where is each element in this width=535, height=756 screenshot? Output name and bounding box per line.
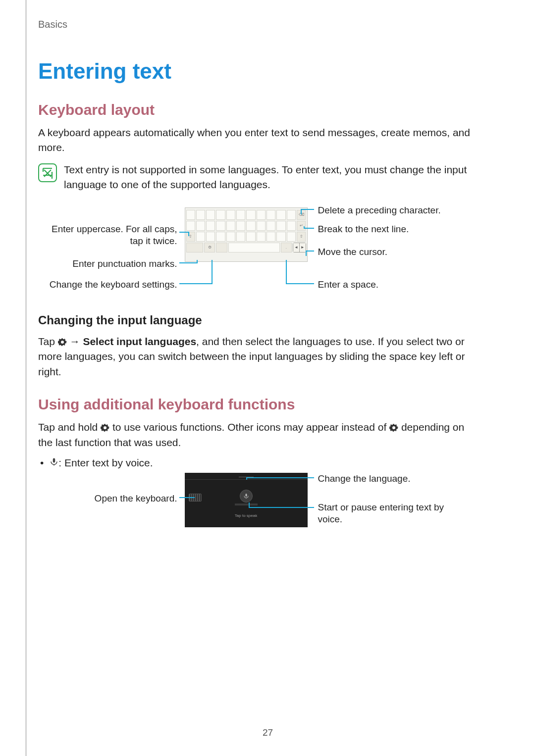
- settings-key: ⚙: [204, 243, 215, 252]
- space-key: [228, 243, 280, 252]
- keyboard-image: ⌫ ↵ ⇧ ⇧ ⚙ . ◄►: [185, 207, 308, 262]
- label-settings: Change the keyboard settings.: [49, 279, 177, 291]
- language-indicator: [239, 474, 254, 477]
- microphone-icon: [50, 457, 58, 466]
- bold-select-input-languages: Select input languages: [83, 336, 196, 347]
- label-punctuation: Enter punctuation marks.: [49, 258, 177, 270]
- section-keyboard-layout: Keyboard layout: [38, 101, 480, 118]
- intro-paragraph: A keyboard appears automatically when yo…: [38, 125, 480, 155]
- open-keyboard-icon: [189, 494, 202, 502]
- label-delete: Delete a preceding character.: [318, 204, 441, 216]
- backspace-key: ⌫: [297, 210, 306, 220]
- label-uppercase: Enter uppercase. For all caps,tap it twi…: [49, 223, 177, 247]
- subheading-changing-language: Changing the input language: [38, 313, 480, 327]
- note-icon: [38, 163, 57, 182]
- cursor-keys: ◄►: [293, 243, 306, 252]
- page-title: Entering text: [38, 59, 480, 84]
- label-cursor: Move the cursor.: [318, 246, 387, 258]
- label-space: Enter a space.: [318, 279, 379, 291]
- keyboard-diagram: ⌫ ↵ ⇧ ⇧ ⚙ . ◄►: [49, 204, 470, 299]
- breadcrumb: Basics: [38, 19, 480, 30]
- bullet-dot: •: [40, 457, 44, 469]
- bullet-voice-entry: • : Enter text by voice.: [38, 457, 480, 469]
- gear-icon: [101, 421, 109, 430]
- voice-input-image: Tap to speak: [185, 473, 308, 527]
- note-text: Text entry is not supported in some lang…: [64, 162, 480, 193]
- gear-icon: [389, 421, 398, 430]
- label-open-keyboard: Open the keyboard.: [49, 493, 177, 504]
- note-block: Text entry is not supported in some lang…: [38, 162, 480, 193]
- shift-key-right: ⇧: [297, 232, 306, 242]
- additional-functions-paragraph: Tap and hold to use various functions. O…: [38, 420, 480, 450]
- label-break: Break to the next line.: [318, 223, 409, 235]
- microphone-button: [240, 490, 253, 503]
- label-start-pause-voice: Start or pause entering text by voice.: [318, 502, 462, 525]
- shift-key-left: ⇧: [186, 232, 195, 242]
- section-additional-functions: Using additional keyboard functions: [38, 396, 480, 413]
- gear-icon: [58, 336, 67, 345]
- tap-to-speak-label: Tap to speak: [185, 513, 308, 518]
- label-change-language: Change the language.: [318, 473, 411, 485]
- voice-input-diagram: Tap to speak Open the keyboard. Change t…: [49, 473, 470, 532]
- enter-key: ↵: [297, 221, 306, 231]
- changing-language-paragraph: Tap → Select input languages, and then s…: [38, 334, 480, 379]
- page-number: 27: [26, 727, 509, 738]
